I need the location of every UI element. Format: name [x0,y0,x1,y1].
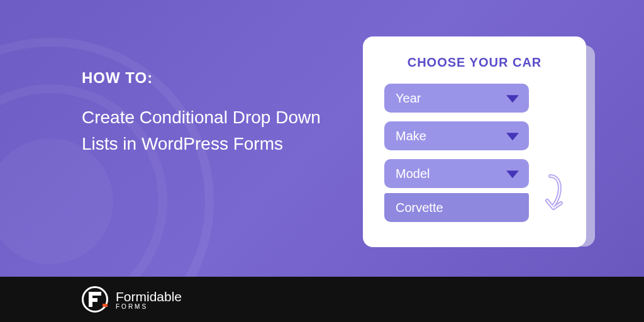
headline-block: HOW TO: Create Conditional Drop Down Lis… [82,69,333,157]
brand-logo-icon [82,286,108,313]
dropdown-option[interactable]: Corvette [384,193,529,222]
brand-text: Formidable FORMS [116,289,182,310]
footer: Formidable FORMS [0,277,644,322]
kicker: HOW TO: [82,69,333,87]
dropdown-label: Year [396,91,421,106]
option-label: Corvette [396,201,443,215]
curved-arrow-icon [536,173,565,217]
brand-main: Formidable [116,289,182,304]
dropdown-model[interactable]: Model [384,159,529,188]
card-title: CHOOSE YOUR CAR [384,55,565,70]
caret-down-icon [506,170,519,178]
dropdown-make[interactable]: Make [384,121,529,150]
title: Create Conditional Drop Down Lists in Wo… [82,104,333,157]
caret-down-icon [506,133,519,140]
hero-banner: HOW TO: Create Conditional Drop Down Lis… [0,0,644,277]
dropdown-year[interactable]: Year [384,84,529,113]
dropdown-label: Make [396,129,426,143]
form-card: CHOOSE YOUR CAR Year Make Model Corvette [363,36,586,247]
caret-down-icon [506,95,519,103]
dropdown-label: Model [396,167,430,181]
